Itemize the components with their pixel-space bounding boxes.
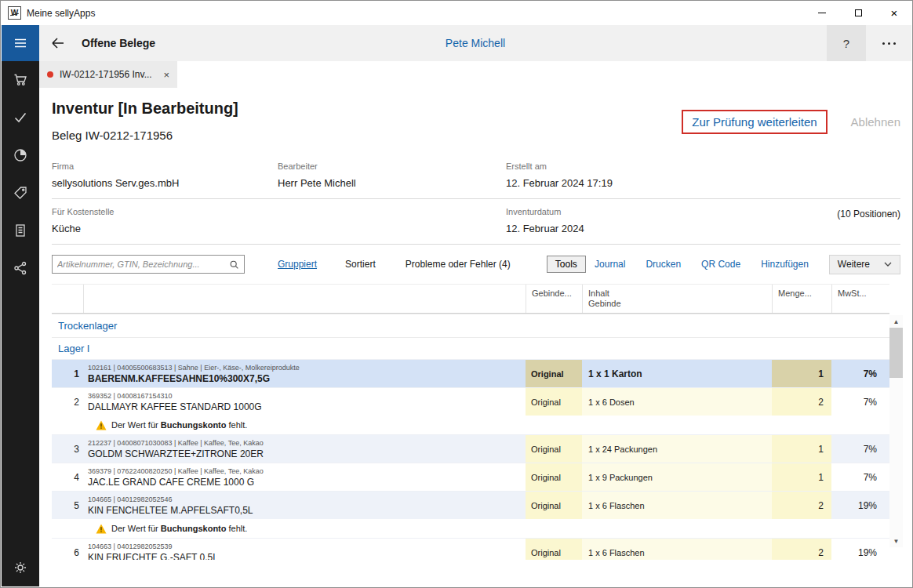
cart-icon[interactable] — [2, 61, 39, 99]
app-logo-icon: W — [8, 6, 21, 20]
cell-mwst[interactable]: 19% — [831, 539, 889, 560]
search-icon[interactable] — [224, 256, 244, 273]
field-value: sellysolutions Serv.ges.mbH — [52, 177, 278, 189]
cell-gebinde[interactable]: Original — [526, 435, 582, 463]
close-icon[interactable]: × — [876, 1, 912, 25]
cell-menge[interactable]: 1 — [772, 360, 831, 387]
app-header: Offene Belege Pete Michell ? — [39, 25, 911, 61]
help-button[interactable]: ? — [827, 25, 866, 61]
warning-text: Der Wert für Buchungskonto fehlt. — [111, 524, 247, 533]
warning-row: Der Wert für Buchungskonto fehlt. — [52, 416, 889, 434]
group-row[interactable]: Trockenlager — [52, 314, 889, 337]
tab-document[interactable]: IW-0212-171956 Inv... × — [39, 61, 177, 88]
table-row[interactable]: 2 369352 | 04008167154310 DALLMAYR KAFFE… — [52, 387, 889, 416]
header-menge[interactable]: Menge... — [772, 285, 831, 313]
grouped-link[interactable]: Gruppiert — [278, 259, 317, 270]
positions-table: Gebinde... Inhalt Gebinde Menge... MwSt.… — [52, 284, 903, 560]
cell-mwst[interactable]: 7% — [831, 360, 889, 387]
row-number: 5 — [52, 492, 83, 519]
weitere-dropdown[interactable]: Weitere — [829, 255, 900, 274]
toolbar-right: Journal Drucken QR Code Hinzufügen Weite… — [595, 255, 900, 274]
row-number: 6 — [52, 539, 83, 560]
tab-close-icon[interactable]: × — [163, 70, 169, 80]
row-article: 104663 | 04012982052539 KIN FRUECHTE G.-… — [83, 539, 526, 560]
cell-mwst[interactable]: 7% — [831, 463, 889, 491]
warning-icon — [96, 420, 107, 430]
field-label: Firma — [52, 162, 278, 172]
cell-inhalt-gebinde[interactable]: 1 x 6 Flaschen — [582, 539, 772, 560]
scroll-up-icon[interactable]: ▲ — [889, 315, 903, 328]
header-gebinde[interactable]: Gebinde... — [526, 285, 582, 313]
problems-link[interactable]: Probleme oder Fehler (4) — [406, 259, 511, 270]
cell-gebinde[interactable]: Original — [526, 388, 582, 416]
table-row[interactable]: 5 104665 | 04012982052546 KIN FENCHELTEE… — [52, 491, 889, 519]
table-row[interactable]: 1 102161 | 04005500683513 | Sahne | Eier… — [52, 359, 889, 387]
table-row[interactable]: 6 104663 | 04012982052539 KIN FRUECHTE G… — [52, 538, 889, 560]
vertical-scrollbar[interactable]: ▲ ▼ — [889, 315, 903, 547]
back-icon[interactable] — [39, 25, 77, 61]
scroll-thumb[interactable] — [889, 328, 903, 378]
warning-row: Der Wert für Buchungskonto fehlt. — [52, 519, 889, 538]
cell-inhalt-gebinde[interactable]: 1 x 1 Karton — [582, 360, 772, 387]
article-meta: 369379 | 07622400820250 | Kaffee | Kaffe… — [88, 467, 264, 476]
field-erstellt-am: Erstellt am 12. Februar 2024 17:19 — [506, 162, 900, 189]
header-inhalt-gebinde[interactable]: Inhalt Gebinde — [582, 285, 772, 313]
more-icon[interactable] — [866, 25, 911, 61]
cell-inhalt-gebinde[interactable]: 1 x 24 Packungen — [582, 435, 772, 463]
field-inventurdatum: Inventurdatum 12. Februar 2024 — [506, 207, 837, 234]
cell-inhalt-gebinde[interactable]: 1 x 6 Dosen — [582, 388, 772, 416]
cell-mwst[interactable]: 19% — [831, 492, 889, 519]
forward-for-review-button[interactable]: Zur Prüfung weiterleiten — [682, 110, 827, 134]
share-icon[interactable] — [2, 249, 39, 287]
maximize-icon[interactable] — [840, 1, 876, 25]
header-mwst[interactable]: MwSt... — [831, 285, 889, 313]
row-number: 4 — [52, 463, 83, 491]
article-name: DALLMAYR KAFFEE STANDARD 1000G — [88, 401, 262, 412]
reject-button[interactable]: Ablehnen — [851, 115, 900, 129]
cell-gebinde[interactable]: Original — [526, 539, 582, 560]
menu-icon[interactable] — [2, 25, 39, 61]
cell-menge[interactable]: 2 — [772, 539, 831, 560]
cell-menge[interactable]: 1 — [772, 435, 831, 463]
table-row[interactable]: 4 369379 | 07622400820250 | Kaffee | Kaf… — [52, 463, 889, 491]
cell-menge[interactable]: 1 — [772, 463, 831, 491]
field-label: Bearbeiter — [278, 162, 506, 172]
journal-link[interactable]: Journal — [595, 259, 625, 270]
tools-button[interactable]: Tools — [547, 256, 586, 273]
cell-mwst[interactable]: 7% — [831, 388, 889, 416]
qr-code-link[interactable]: QR Code — [701, 259, 740, 270]
cell-inhalt-gebinde[interactable]: 1 x 9 Packungen — [582, 463, 772, 491]
list-icon[interactable] — [2, 212, 39, 249]
warning-text: Der Wert für Buchungskonto fehlt. — [111, 420, 247, 430]
pie-chart-icon[interactable] — [2, 136, 39, 174]
check-icon[interactable] — [2, 99, 39, 136]
sorted-link[interactable]: Sortiert — [345, 259, 376, 270]
print-link[interactable]: Drucken — [646, 259, 681, 270]
gear-icon[interactable] — [2, 549, 39, 586]
cell-menge[interactable]: 2 — [772, 388, 831, 416]
cell-gebinde[interactable]: Original — [526, 492, 582, 519]
cell-gebinde[interactable]: Original — [526, 360, 582, 387]
group-label: Trockenlager — [58, 320, 117, 332]
minimize-icon[interactable] — [804, 1, 840, 25]
search-input[interactable] — [53, 256, 224, 273]
row-article: 104665 | 04012982052546 KIN FENCHELTEE M… — [83, 492, 526, 519]
field-kostenstelle: Für Kostenstelle Küche — [52, 207, 506, 234]
scroll-down-icon[interactable]: ▼ — [889, 535, 903, 547]
tag-icon[interactable] — [2, 174, 39, 212]
article-meta: 369352 | 04008167154310 — [88, 392, 172, 401]
document-fields: Firma sellysolutions Serv.ges.mbH Bearbe… — [52, 154, 900, 245]
add-link[interactable]: Hinzufügen — [761, 259, 809, 270]
field-bearbeiter: Bearbeiter Herr Pete Michell — [278, 162, 506, 189]
field-firma: Firma sellysolutions Serv.ges.mbH — [52, 162, 278, 189]
article-name: BAERENM.KAFFEESAHNE10%300X7,5G — [88, 373, 270, 384]
cell-menge[interactable]: 2 — [772, 492, 831, 519]
cell-mwst[interactable]: 7% — [831, 435, 889, 463]
article-name: GOLDM SCHWARZTEE+ZITRONE 20ER — [88, 448, 264, 459]
table-row[interactable]: 3 212237 | 04008071030083 | Kaffee | Kaf… — [52, 434, 889, 463]
user-name[interactable]: Pete Michell — [446, 37, 505, 49]
cell-gebinde[interactable]: Original — [526, 463, 582, 491]
group-row[interactable]: Lager I — [52, 337, 889, 359]
row-number: 3 — [52, 435, 83, 463]
cell-inhalt-gebinde[interactable]: 1 x 6 Flaschen — [582, 492, 772, 519]
